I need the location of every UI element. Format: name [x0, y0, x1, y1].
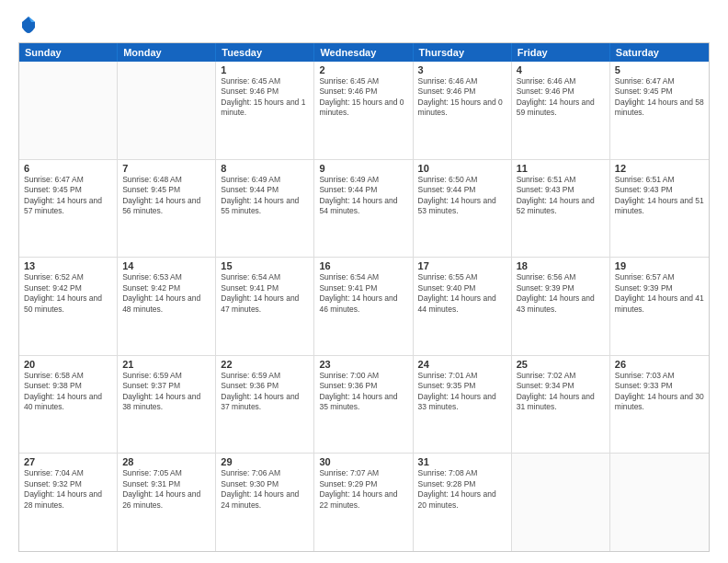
calendar-cell: 16Sunrise: 6:54 AMSunset: 9:41 PMDayligh…: [314, 258, 413, 355]
day-number: 27: [24, 456, 112, 467]
day-number: 9: [319, 163, 407, 174]
calendar-cell: 15Sunrise: 6:54 AMSunset: 9:41 PMDayligh…: [216, 258, 314, 355]
cell-text: Sunrise: 6:52 AMSunset: 9:42 PMDaylight:…: [24, 272, 112, 315]
cell-text: Sunrise: 6:58 AMSunset: 9:38 PMDaylight:…: [24, 371, 112, 413]
calendar-cell: 4Sunrise: 6:46 AMSunset: 9:46 PMDaylight…: [512, 62, 610, 159]
calendar-cell: 2Sunrise: 6:45 AMSunset: 9:46 PMDaylight…: [314, 62, 413, 159]
weekday-header: Monday: [118, 43, 216, 62]
cell-text: Sunrise: 7:05 AMSunset: 9:31 PMDaylight:…: [122, 468, 210, 511]
day-number: 3: [418, 64, 506, 75]
day-number: 31: [418, 456, 506, 467]
cell-text: Sunrise: 6:54 AMSunset: 9:41 PMDaylight:…: [221, 272, 309, 315]
weekday-header: Saturday: [610, 43, 709, 62]
cell-text: Sunrise: 7:01 AMSunset: 9:35 PMDaylight:…: [418, 371, 506, 413]
day-number: 28: [122, 456, 210, 467]
day-number: 6: [24, 163, 112, 174]
cell-text: Sunrise: 7:03 AMSunset: 9:33 PMDaylight:…: [615, 371, 704, 413]
cell-text: Sunrise: 6:49 AMSunset: 9:44 PMDaylight:…: [319, 175, 407, 217]
calendar-cell: 19Sunrise: 6:57 AMSunset: 9:39 PMDayligh…: [610, 258, 709, 355]
calendar-cell: [19, 62, 118, 159]
calendar-cell: 6Sunrise: 6:47 AMSunset: 9:45 PMDaylight…: [19, 160, 118, 258]
calendar-cell: [610, 454, 709, 551]
calendar-cell: 8Sunrise: 6:49 AMSunset: 9:44 PMDaylight…: [216, 160, 314, 258]
cell-text: Sunrise: 6:51 AMSunset: 9:43 PMDaylight:…: [615, 175, 704, 217]
day-number: 25: [517, 359, 605, 370]
day-number: 16: [319, 260, 407, 271]
day-number: 13: [24, 260, 112, 271]
day-number: 24: [418, 359, 506, 370]
day-number: 21: [122, 359, 210, 370]
calendar-cell: 20Sunrise: 6:58 AMSunset: 9:38 PMDayligh…: [19, 356, 118, 454]
calendar-row: 27Sunrise: 7:04 AMSunset: 9:32 PMDayligh…: [19, 454, 709, 551]
cell-text: Sunrise: 7:06 AMSunset: 9:30 PMDaylight:…: [221, 468, 309, 511]
weekday-header: Friday: [512, 43, 610, 62]
cell-text: Sunrise: 6:53 AMSunset: 9:42 PMDaylight:…: [122, 272, 210, 315]
calendar-cell: [512, 454, 610, 551]
calendar-cell: 27Sunrise: 7:04 AMSunset: 9:32 PMDayligh…: [19, 454, 118, 551]
calendar-cell: 24Sunrise: 7:01 AMSunset: 9:35 PMDayligh…: [414, 356, 512, 454]
calendar-cell: 28Sunrise: 7:05 AMSunset: 9:31 PMDayligh…: [118, 454, 216, 551]
day-number: 7: [122, 163, 210, 174]
cell-text: Sunrise: 7:02 AMSunset: 9:34 PMDaylight:…: [517, 371, 605, 413]
calendar-cell: 26Sunrise: 7:03 AMSunset: 9:33 PMDayligh…: [610, 356, 709, 454]
calendar-cell: 5Sunrise: 6:47 AMSunset: 9:45 PMDaylight…: [610, 62, 709, 159]
day-number: 15: [221, 260, 309, 271]
day-number: 26: [615, 359, 704, 370]
cell-text: Sunrise: 6:59 AMSunset: 9:36 PMDaylight:…: [221, 371, 309, 413]
calendar-cell: 1Sunrise: 6:45 AMSunset: 9:46 PMDaylight…: [216, 62, 314, 159]
day-number: 10: [418, 163, 506, 174]
day-number: 30: [319, 456, 407, 467]
day-number: 8: [221, 163, 309, 174]
day-number: 18: [517, 260, 605, 271]
calendar-cell: 7Sunrise: 6:48 AMSunset: 9:45 PMDaylight…: [118, 160, 216, 258]
logo-icon: [18, 15, 39, 35]
day-number: 12: [615, 163, 704, 174]
cell-text: Sunrise: 6:45 AMSunset: 9:46 PMDaylight:…: [221, 76, 309, 119]
page: SundayMondayTuesdayWednesdayThursdayFrid…: [0, 0, 728, 563]
calendar-cell: 12Sunrise: 6:51 AMSunset: 9:43 PMDayligh…: [610, 160, 709, 258]
logo: [18, 15, 42, 35]
calendar-row: 1Sunrise: 6:45 AMSunset: 9:46 PMDaylight…: [19, 62, 709, 160]
cell-text: Sunrise: 7:08 AMSunset: 9:28 PMDaylight:…: [418, 468, 506, 511]
cell-text: Sunrise: 7:04 AMSunset: 9:32 PMDaylight:…: [24, 468, 112, 511]
calendar-cell: 10Sunrise: 6:50 AMSunset: 9:44 PMDayligh…: [414, 160, 512, 258]
day-number: 19: [615, 260, 704, 271]
calendar-row: 6Sunrise: 6:47 AMSunset: 9:45 PMDaylight…: [19, 160, 709, 259]
calendar-cell: 22Sunrise: 6:59 AMSunset: 9:36 PMDayligh…: [216, 356, 314, 454]
cell-text: Sunrise: 6:56 AMSunset: 9:39 PMDaylight:…: [517, 272, 605, 315]
weekday-header: Sunday: [19, 43, 118, 62]
day-number: 20: [24, 359, 112, 370]
cell-text: Sunrise: 6:47 AMSunset: 9:45 PMDaylight:…: [615, 76, 704, 119]
calendar-header: SundayMondayTuesdayWednesdayThursdayFrid…: [19, 43, 709, 62]
cell-text: Sunrise: 6:48 AMSunset: 9:45 PMDaylight:…: [122, 175, 210, 217]
calendar-cell: 29Sunrise: 7:06 AMSunset: 9:30 PMDayligh…: [216, 454, 314, 551]
cell-text: Sunrise: 6:49 AMSunset: 9:44 PMDaylight:…: [221, 175, 309, 217]
cell-text: Sunrise: 6:57 AMSunset: 9:39 PMDaylight:…: [615, 272, 704, 315]
weekday-header: Wednesday: [314, 43, 413, 62]
calendar-cell: 31Sunrise: 7:08 AMSunset: 9:28 PMDayligh…: [414, 454, 512, 551]
calendar-row: 13Sunrise: 6:52 AMSunset: 9:42 PMDayligh…: [19, 258, 709, 356]
calendar: SundayMondayTuesdayWednesdayThursdayFrid…: [18, 42, 710, 552]
day-number: 1: [221, 64, 309, 75]
calendar-cell: 23Sunrise: 7:00 AMSunset: 9:36 PMDayligh…: [314, 356, 413, 454]
day-number: 23: [319, 359, 407, 370]
cell-text: Sunrise: 6:59 AMSunset: 9:37 PMDaylight:…: [122, 371, 210, 413]
calendar-cell: 9Sunrise: 6:49 AMSunset: 9:44 PMDaylight…: [314, 160, 413, 258]
day-number: 17: [418, 260, 506, 271]
cell-text: Sunrise: 7:07 AMSunset: 9:29 PMDaylight:…: [319, 468, 407, 511]
day-number: 11: [517, 163, 605, 174]
day-number: 29: [221, 456, 309, 467]
cell-text: Sunrise: 6:46 AMSunset: 9:46 PMDaylight:…: [418, 76, 506, 119]
calendar-cell: 11Sunrise: 6:51 AMSunset: 9:43 PMDayligh…: [512, 160, 610, 258]
cell-text: Sunrise: 6:51 AMSunset: 9:43 PMDaylight:…: [517, 175, 605, 217]
calendar-cell: 17Sunrise: 6:55 AMSunset: 9:40 PMDayligh…: [414, 258, 512, 355]
weekday-header: Tuesday: [216, 43, 314, 62]
cell-text: Sunrise: 7:00 AMSunset: 9:36 PMDaylight:…: [319, 371, 407, 413]
calendar-cell: 30Sunrise: 7:07 AMSunset: 9:29 PMDayligh…: [314, 454, 413, 551]
day-number: 22: [221, 359, 309, 370]
calendar-cell: 3Sunrise: 6:46 AMSunset: 9:46 PMDaylight…: [414, 62, 512, 159]
weekday-header: Thursday: [414, 43, 512, 62]
calendar-cell: 14Sunrise: 6:53 AMSunset: 9:42 PMDayligh…: [118, 258, 216, 355]
calendar-cell: 13Sunrise: 6:52 AMSunset: 9:42 PMDayligh…: [19, 258, 118, 355]
cell-text: Sunrise: 6:46 AMSunset: 9:46 PMDaylight:…: [517, 76, 605, 119]
